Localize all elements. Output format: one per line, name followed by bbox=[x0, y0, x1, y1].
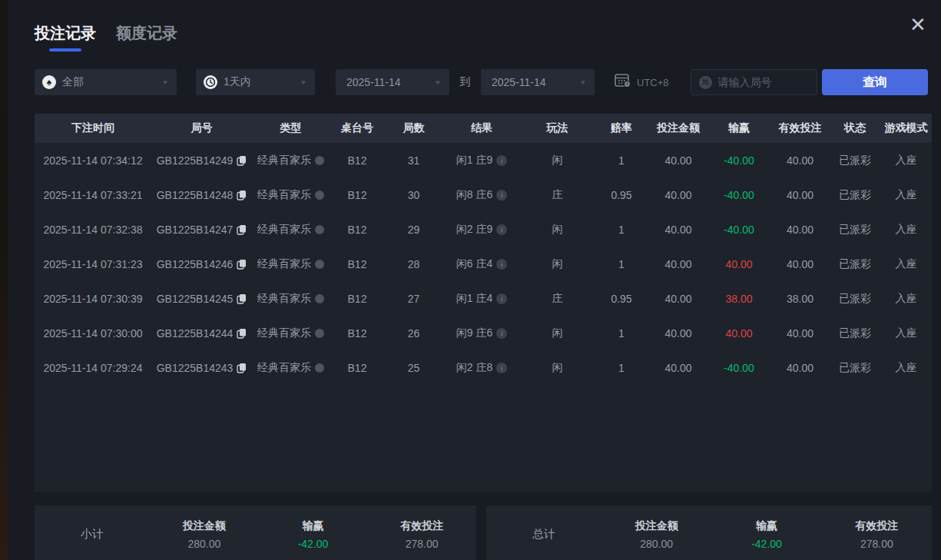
cell-round_id-value: GB1225B14245 bbox=[157, 293, 234, 305]
cell-bet-value: 40.00 bbox=[664, 224, 691, 236]
query-button[interactable]: 查询 bbox=[822, 69, 928, 95]
cell-round_no-value: 30 bbox=[408, 189, 420, 201]
cell-result-value: 闲1 庄9 bbox=[456, 154, 492, 167]
cell-valid_bet-value: 40.00 bbox=[787, 258, 813, 270]
column-header-11: 状态 bbox=[830, 121, 880, 135]
tab-quota-records[interactable]: 额度记录 bbox=[116, 23, 177, 51]
cell-odds-value: 0.95 bbox=[611, 293, 631, 305]
cell-round_no-value: 25 bbox=[408, 362, 420, 374]
info-icon[interactable]: i bbox=[496, 190, 507, 200]
stat-title: 投注金额 bbox=[601, 519, 711, 533]
game-type-dot-icon bbox=[315, 225, 324, 234]
column-header-9: 输赢 bbox=[707, 121, 770, 135]
stat-value: -42.00 bbox=[259, 538, 368, 550]
game-type-dot-icon bbox=[315, 156, 324, 165]
cell-status-value: 已派彩 bbox=[839, 188, 871, 202]
chevron-down-icon: ▼ bbox=[579, 79, 587, 86]
info-icon[interactable]: i bbox=[496, 363, 507, 373]
cell-round_no-value: 26 bbox=[408, 327, 420, 340]
copy-icon[interactable] bbox=[237, 293, 247, 304]
cell-table_no-value: B12 bbox=[348, 258, 367, 270]
cell-status: 已派彩 bbox=[830, 361, 880, 375]
info-icon[interactable]: i bbox=[496, 328, 507, 339]
cell-odds-value: 1 bbox=[618, 327, 625, 340]
game-type-select[interactable]: ♠ 全部 ▼ bbox=[35, 69, 177, 95]
info-icon[interactable]: i bbox=[496, 293, 507, 304]
stat-value: 280.00 bbox=[601, 538, 711, 550]
subtotal-winloss-stat: 输赢 -42.00 bbox=[259, 519, 368, 550]
stat-title: 有效投注 bbox=[367, 519, 476, 533]
cell-bet: 40.00 bbox=[649, 258, 707, 270]
cell-win_loss: 38.00 bbox=[707, 293, 770, 305]
stat-title: 输赢 bbox=[711, 519, 821, 533]
copy-icon[interactable] bbox=[237, 224, 247, 235]
cell-odds-value: 1 bbox=[618, 362, 625, 374]
stat-value: -42.00 bbox=[711, 538, 821, 550]
cell-valid_bet-value: 40.00 bbox=[787, 362, 813, 374]
copy-icon[interactable] bbox=[237, 363, 247, 373]
stat-value: 278.00 bbox=[367, 538, 476, 550]
column-header-10: 有效投注 bbox=[770, 121, 830, 135]
cell-bet-value: 40.00 bbox=[664, 327, 691, 340]
cell-win_loss: 40.00 bbox=[707, 327, 770, 340]
copy-icon[interactable] bbox=[237, 259, 247, 270]
cell-type: 经典百家乐 bbox=[252, 361, 330, 375]
column-header-0: 下注时间 bbox=[35, 121, 151, 135]
copy-icon[interactable] bbox=[237, 190, 247, 200]
cell-status-value: 已派彩 bbox=[839, 257, 871, 271]
copy-icon[interactable] bbox=[237, 328, 247, 339]
column-header-4: 局数 bbox=[385, 121, 442, 135]
cell-type: 经典百家乐 bbox=[252, 292, 330, 306]
subtotal-panel: 小计 投注金额 280.00 输赢 -42.00 有效投注 278.00 bbox=[35, 505, 476, 560]
info-icon[interactable]: i bbox=[496, 155, 507, 166]
cell-valid_bet: 40.00 bbox=[770, 224, 830, 236]
stat-title: 投注金额 bbox=[150, 519, 259, 533]
cell-valid_bet-value: 40.00 bbox=[787, 189, 813, 201]
cell-status: 已派彩 bbox=[830, 326, 880, 340]
copy-icon[interactable] bbox=[237, 155, 247, 166]
cell-time-value: 2025-11-14 07:34:12 bbox=[44, 154, 143, 167]
cell-type: 经典百家乐 bbox=[252, 188, 330, 202]
cell-odds: 1 bbox=[594, 362, 649, 374]
cell-table_no-value: B12 bbox=[348, 293, 367, 305]
cell-valid_bet-value: 38.00 bbox=[787, 293, 813, 305]
cell-type-value: 经典百家乐 bbox=[257, 257, 311, 271]
close-icon[interactable]: ✕ bbox=[906, 12, 930, 37]
date-to-picker[interactable]: 2025-11-14 ▼ bbox=[481, 69, 595, 95]
cell-status-value: 已派彩 bbox=[839, 292, 871, 306]
cell-play-value: 闲 bbox=[552, 361, 563, 375]
timezone-label: UTC+8 bbox=[637, 77, 669, 88]
time-range-select[interactable]: 1天内 ▼ bbox=[196, 69, 315, 95]
round-number-icon: 局 bbox=[699, 76, 712, 89]
round-search-input[interactable] bbox=[718, 76, 809, 88]
cell-time: 2025-11-14 07:32:38 bbox=[35, 224, 151, 236]
cell-bet: 40.00 bbox=[649, 154, 707, 167]
cell-play-value: 庄 bbox=[552, 188, 563, 202]
cell-valid_bet: 40.00 bbox=[770, 362, 830, 374]
cell-result-value: 闲6 庄4 bbox=[456, 257, 492, 271]
cell-play: 闲 bbox=[521, 154, 594, 167]
info-icon[interactable]: i bbox=[496, 259, 507, 270]
column-header-1: 局号 bbox=[151, 121, 252, 135]
cell-result: 闲9 庄6i bbox=[442, 326, 521, 340]
tab-bet-records[interactable]: 投注记录 bbox=[35, 23, 96, 51]
cell-win_loss-value: 38.00 bbox=[725, 293, 752, 305]
calendar-icon[interactable] bbox=[615, 73, 631, 91]
cell-win_loss: -40.00 bbox=[707, 189, 770, 201]
cell-bet-value: 40.00 bbox=[664, 362, 691, 374]
cell-round_id-value: GB1225B14249 bbox=[157, 154, 234, 167]
cell-time: 2025-11-14 07:33:21 bbox=[35, 189, 151, 201]
cell-round_id-value: GB1225B14243 bbox=[157, 362, 234, 374]
total-bet-stat: 投注金额 280.00 bbox=[601, 519, 711, 550]
cell-win_loss-value: -40.00 bbox=[724, 224, 754, 236]
date-from-picker[interactable]: 2025-11-14 ▼ bbox=[336, 69, 449, 95]
column-header-2: 类型 bbox=[252, 121, 330, 135]
game-type-dot-icon bbox=[315, 191, 324, 200]
info-icon[interactable]: i bbox=[496, 224, 507, 235]
cell-result-value: 闲9 庄6 bbox=[456, 326, 492, 340]
cell-result: 闲8 庄6i bbox=[442, 188, 521, 202]
date-to-label: 到 bbox=[449, 75, 481, 89]
cell-table_no-value: B12 bbox=[348, 362, 367, 374]
cell-odds-value: 1 bbox=[618, 154, 625, 167]
cell-table_no-value: B12 bbox=[348, 327, 367, 340]
